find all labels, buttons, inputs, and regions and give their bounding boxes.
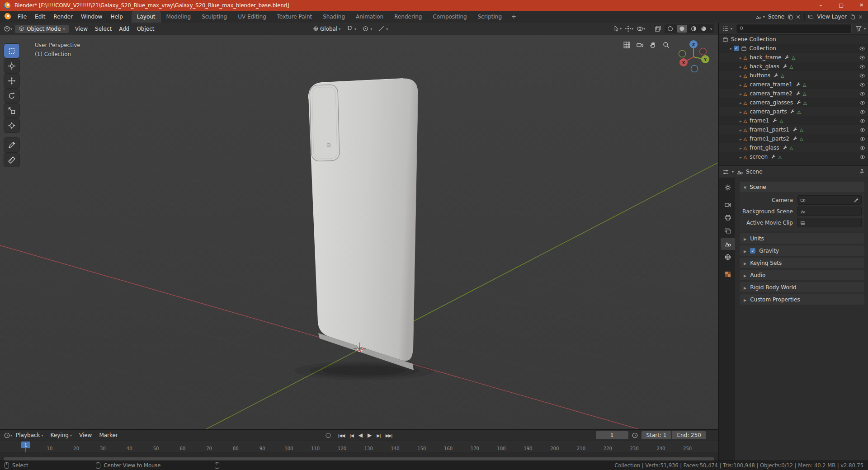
- visibility-eye-icon[interactable]: [859, 82, 865, 88]
- properties-section-header[interactable]: Audio: [740, 270, 864, 280]
- measure-tool-button[interactable]: [4, 153, 19, 167]
- scene-panel-header[interactable]: Scene: [740, 182, 864, 192]
- section-collapse-icon[interactable]: [744, 284, 746, 291]
- unlink-scene-icon[interactable]: [795, 14, 801, 20]
- transform-tool-button[interactable]: [4, 118, 19, 132]
- outliner-object-row[interactable]: back_glass: [719, 62, 868, 71]
- disclosure-icon[interactable]: [740, 72, 742, 79]
- annotate-tool-button[interactable]: [4, 138, 19, 152]
- properties-section-header[interactable]: Keying Sets: [740, 258, 864, 268]
- properties-section-header[interactable]: Custom Properties: [740, 294, 864, 305]
- play-reverse-button[interactable]: ◀: [359, 432, 363, 438]
- section-collapse-icon[interactable]: [744, 296, 746, 303]
- viewport-menu-item[interactable]: Select: [91, 26, 115, 32]
- outliner-object-row[interactable]: frame1_parts2: [719, 134, 868, 143]
- viewport-menu-item[interactable]: Object: [133, 26, 158, 32]
- visibility-eye-icon[interactable]: [859, 145, 865, 151]
- solid-shading-button[interactable]: [677, 25, 687, 33]
- workspace-tab[interactable]: Scripting: [472, 11, 507, 23]
- disclosure-icon[interactable]: [740, 127, 742, 133]
- tab-render[interactable]: [721, 198, 735, 211]
- mode-dropdown[interactable]: Object Mode: [15, 25, 69, 33]
- section-collapse-icon[interactable]: [744, 260, 746, 266]
- outliner-object-row[interactable]: buttons: [719, 71, 868, 80]
- rotate-tool-button[interactable]: [4, 89, 19, 103]
- timeline-editor-icon[interactable]: [4, 432, 10, 439]
- outliner-object-row[interactable]: back_frame: [719, 53, 868, 62]
- disclosure-icon[interactable]: [740, 81, 742, 88]
- disclosure-icon[interactable]: [740, 99, 742, 106]
- disclosure-icon[interactable]: [740, 136, 742, 142]
- disclosure-icon[interactable]: [740, 154, 742, 160]
- timeline-scrollbar[interactable]: [4, 457, 714, 461]
- shading-caret[interactable]: [710, 26, 712, 32]
- new-view-layer-icon[interactable]: [850, 14, 856, 20]
- visibility-eye-icon[interactable]: [859, 127, 865, 133]
- panel-collapse-icon[interactable]: [744, 184, 746, 190]
- current-frame-field[interactable]: 1: [596, 431, 628, 439]
- timeline-menu-item[interactable]: Marker: [95, 432, 121, 438]
- proportional-edit-toggle[interactable]: [360, 25, 374, 33]
- properties-editor-icon[interactable]: [722, 169, 729, 175]
- outliner-object-row[interactable]: frame1_parts1: [719, 125, 868, 134]
- workspace-tab[interactable]: Modeling: [161, 11, 197, 23]
- tab-world[interactable]: [721, 251, 735, 263]
- menu-item[interactable]: Edit: [31, 11, 49, 23]
- menu-item[interactable]: Render: [49, 11, 77, 23]
- snap-toggle[interactable]: [344, 25, 358, 33]
- add-workspace-button[interactable]: +: [507, 11, 520, 23]
- prev-keyframe-button[interactable]: |◀: [349, 433, 354, 438]
- falloff-dropdown[interactable]: [376, 25, 390, 33]
- pin-icon[interactable]: [859, 169, 865, 175]
- scene-name[interactable]: Scene: [768, 14, 785, 20]
- rendered-shading-icon[interactable]: [700, 25, 707, 32]
- section-collapse-icon[interactable]: [744, 235, 746, 242]
- timeline-editor-caret[interactable]: [10, 432, 12, 438]
- editor-type-icon[interactable]: [4, 25, 10, 32]
- outliner-collection-row[interactable]: Collection: [719, 44, 868, 53]
- visibility-dropdown[interactable]: [613, 25, 622, 32]
- workspace-tab[interactable]: Compositing: [427, 11, 472, 23]
- camera-view-icon[interactable]: [636, 41, 644, 49]
- filter-caret[interactable]: [864, 25, 866, 32]
- tab-texture[interactable]: [721, 268, 735, 280]
- scene-icon[interactable]: [755, 14, 761, 20]
- workspace-tab[interactable]: Animation: [350, 11, 389, 23]
- workspace-tab[interactable]: Texture Paint: [272, 11, 317, 23]
- workspace-tab[interactable]: Sculpting: [196, 11, 232, 23]
- play-button[interactable]: ▶: [368, 432, 372, 438]
- proportional-caret[interactable]: [370, 26, 372, 32]
- workspace-tab[interactable]: UV Editing: [232, 11, 272, 23]
- auto-keying-button[interactable]: [326, 433, 330, 438]
- disclosure-icon[interactable]: [740, 63, 742, 70]
- workspace-tab[interactable]: Shading: [317, 11, 350, 23]
- section-checkbox[interactable]: [750, 248, 755, 254]
- playhead-marker[interactable]: 1: [21, 442, 30, 448]
- scene-dropdown-caret[interactable]: [763, 14, 765, 20]
- overlays-dropdown[interactable]: [637, 25, 645, 32]
- maximize-button[interactable]: □: [831, 0, 851, 11]
- active-movie-clip-field[interactable]: [797, 218, 862, 227]
- outliner-object-row[interactable]: screen: [719, 152, 868, 161]
- properties-section-header[interactable]: Gravity: [740, 245, 864, 256]
- menu-item[interactable]: Help: [106, 11, 127, 23]
- camera-field[interactable]: [797, 195, 862, 205]
- workspace-tab[interactable]: Rendering: [389, 11, 427, 23]
- gizmo-dropdown[interactable]: [625, 25, 633, 32]
- view-layer-icon[interactable]: [808, 14, 814, 20]
- outliner-object-row[interactable]: camera_frame1: [719, 80, 868, 89]
- frame-start-field[interactable]: Start: 1: [642, 431, 672, 439]
- collapse-icon[interactable]: [730, 45, 732, 52]
- frame-end-field[interactable]: End: 250: [672, 431, 706, 439]
- wireframe-shading-icon[interactable]: [667, 25, 674, 32]
- orientation-dropdown[interactable]: Global: [311, 25, 342, 33]
- view-layer-name[interactable]: View Layer: [817, 14, 847, 20]
- properties-section-header[interactable]: Units: [740, 233, 864, 244]
- jump-to-end-button[interactable]: ▶▶|: [386, 433, 392, 438]
- timeline-menu-item[interactable]: View: [75, 432, 95, 438]
- outliner-editor-icon[interactable]: [722, 25, 729, 32]
- tab-output[interactable]: [721, 212, 735, 224]
- section-collapse-icon[interactable]: [744, 248, 746, 254]
- background-scene-field[interactable]: [797, 207, 862, 216]
- visibility-eye-icon[interactable]: [859, 73, 865, 79]
